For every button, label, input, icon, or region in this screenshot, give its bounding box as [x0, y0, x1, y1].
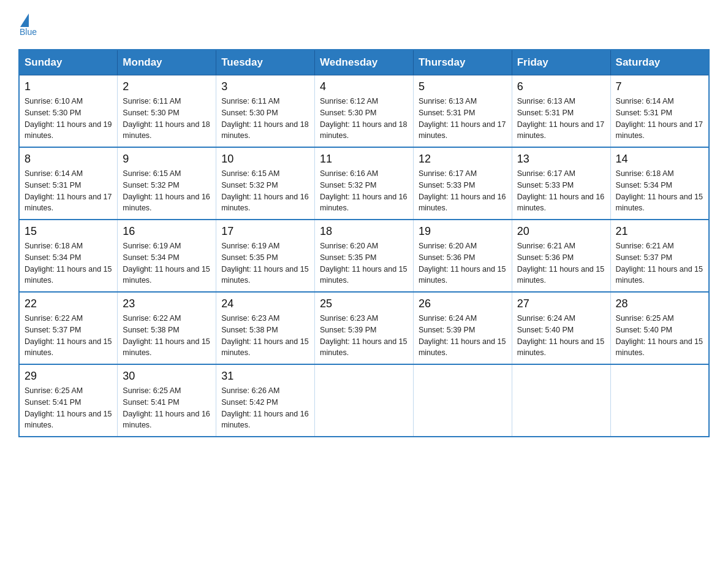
- day-number: 21: [616, 225, 703, 238]
- day-number: 12: [419, 153, 507, 166]
- calendar-cell: 20 Sunrise: 6:21 AMSunset: 5:36 PMDaylig…: [512, 220, 610, 292]
- day-info: Sunrise: 6:13 AMSunset: 5:31 PMDaylight:…: [419, 97, 506, 140]
- day-info: Sunrise: 6:17 AMSunset: 5:33 PMDaylight:…: [517, 169, 604, 212]
- day-info: Sunrise: 6:23 AMSunset: 5:39 PMDaylight:…: [320, 314, 407, 357]
- calendar-cell: 29 Sunrise: 6:25 AMSunset: 5:41 PMDaylig…: [19, 364, 118, 437]
- calendar-cell: 30 Sunrise: 6:25 AMSunset: 5:41 PMDaylig…: [118, 364, 216, 437]
- day-number: 13: [517, 153, 605, 166]
- day-number: 14: [616, 153, 703, 166]
- calendar-cell: 3 Sunrise: 6:11 AMSunset: 5:30 PMDayligh…: [216, 75, 315, 148]
- day-info: Sunrise: 6:13 AMSunset: 5:31 PMDaylight:…: [517, 97, 604, 140]
- calendar-cell: 17 Sunrise: 6:19 AMSunset: 5:35 PMDaylig…: [216, 220, 315, 292]
- calendar-cell: 9 Sunrise: 6:15 AMSunset: 5:32 PMDayligh…: [118, 147, 216, 220]
- day-number: 22: [25, 297, 112, 310]
- day-number: 7: [616, 80, 703, 93]
- day-info: Sunrise: 6:20 AMSunset: 5:35 PMDaylight:…: [320, 242, 407, 285]
- calendar-cell: 25 Sunrise: 6:23 AMSunset: 5:39 PMDaylig…: [315, 292, 414, 364]
- day-info: Sunrise: 6:16 AMSunset: 5:32 PMDaylight:…: [320, 169, 407, 212]
- day-info: Sunrise: 6:25 AMSunset: 5:40 PMDaylight:…: [616, 314, 703, 357]
- calendar-cell: 15 Sunrise: 6:18 AMSunset: 5:34 PMDaylig…: [19, 220, 118, 292]
- calendar-cell: 14 Sunrise: 6:18 AMSunset: 5:34 PMDaylig…: [610, 147, 709, 220]
- day-number: 19: [419, 225, 507, 238]
- calendar-cell: 2 Sunrise: 6:11 AMSunset: 5:30 PMDayligh…: [118, 75, 216, 148]
- day-number: 18: [320, 225, 408, 238]
- calendar-cell: 23 Sunrise: 6:22 AMSunset: 5:38 PMDaylig…: [118, 292, 216, 364]
- day-number: 4: [320, 80, 408, 93]
- calendar-week-row: 15 Sunrise: 6:18 AMSunset: 5:34 PMDaylig…: [19, 220, 709, 292]
- calendar-cell: 22 Sunrise: 6:22 AMSunset: 5:37 PMDaylig…: [19, 292, 118, 364]
- calendar-table: SundayMondayTuesdayWednesdayThursdayFrid…: [18, 49, 710, 437]
- day-info: Sunrise: 6:18 AMSunset: 5:34 PMDaylight:…: [616, 169, 703, 212]
- day-number: 26: [419, 297, 507, 310]
- calendar-week-row: 8 Sunrise: 6:14 AMSunset: 5:31 PMDayligh…: [19, 147, 709, 220]
- day-info: Sunrise: 6:10 AMSunset: 5:30 PMDaylight:…: [25, 97, 112, 140]
- day-info: Sunrise: 6:17 AMSunset: 5:33 PMDaylight:…: [419, 169, 506, 212]
- calendar-cell: 31 Sunrise: 6:26 AMSunset: 5:42 PMDaylig…: [216, 364, 315, 437]
- day-info: Sunrise: 6:19 AMSunset: 5:34 PMDaylight:…: [123, 242, 210, 285]
- logo: Blue: [18, 12, 37, 37]
- day-number: 5: [419, 80, 507, 93]
- day-number: 1: [25, 80, 112, 93]
- day-info: Sunrise: 6:23 AMSunset: 5:38 PMDaylight:…: [221, 314, 308, 357]
- calendar-week-row: 22 Sunrise: 6:22 AMSunset: 5:37 PMDaylig…: [19, 292, 709, 364]
- calendar-header-monday: Monday: [118, 50, 216, 75]
- day-info: Sunrise: 6:21 AMSunset: 5:36 PMDaylight:…: [517, 242, 604, 285]
- day-number: 24: [221, 297, 309, 310]
- day-info: Sunrise: 6:15 AMSunset: 5:32 PMDaylight:…: [221, 169, 308, 212]
- day-info: Sunrise: 6:25 AMSunset: 5:41 PMDaylight:…: [25, 386, 112, 429]
- day-number: 23: [123, 297, 211, 310]
- calendar-cell: 24 Sunrise: 6:23 AMSunset: 5:38 PMDaylig…: [216, 292, 315, 364]
- day-info: Sunrise: 6:20 AMSunset: 5:36 PMDaylight:…: [419, 242, 506, 285]
- calendar-cell: 16 Sunrise: 6:19 AMSunset: 5:34 PMDaylig…: [118, 220, 216, 292]
- calendar-cell: 28 Sunrise: 6:25 AMSunset: 5:40 PMDaylig…: [610, 292, 709, 364]
- calendar-cell: [512, 364, 610, 437]
- day-info: Sunrise: 6:14 AMSunset: 5:31 PMDaylight:…: [616, 97, 703, 140]
- calendar-week-row: 29 Sunrise: 6:25 AMSunset: 5:41 PMDaylig…: [19, 364, 709, 437]
- page-header: Blue: [18, 12, 710, 37]
- calendar-cell: 21 Sunrise: 6:21 AMSunset: 5:37 PMDaylig…: [610, 220, 709, 292]
- calendar-cell: [413, 364, 512, 437]
- calendar-cell: 11 Sunrise: 6:16 AMSunset: 5:32 PMDaylig…: [315, 147, 414, 220]
- day-info: Sunrise: 6:14 AMSunset: 5:31 PMDaylight:…: [25, 169, 112, 212]
- day-number: 30: [123, 370, 211, 383]
- day-number: 31: [221, 370, 309, 383]
- day-number: 29: [25, 370, 112, 383]
- day-number: 25: [320, 297, 408, 310]
- calendar-cell: 12 Sunrise: 6:17 AMSunset: 5:33 PMDaylig…: [413, 147, 512, 220]
- calendar-header-wednesday: Wednesday: [315, 50, 414, 75]
- calendar-cell: 4 Sunrise: 6:12 AMSunset: 5:30 PMDayligh…: [315, 75, 414, 148]
- logo-triangle-icon: [20, 13, 29, 27]
- calendar-cell: 5 Sunrise: 6:13 AMSunset: 5:31 PMDayligh…: [413, 75, 512, 148]
- day-info: Sunrise: 6:18 AMSunset: 5:34 PMDaylight:…: [25, 242, 112, 285]
- day-info: Sunrise: 6:11 AMSunset: 5:30 PMDaylight:…: [221, 97, 308, 140]
- calendar-cell: 27 Sunrise: 6:24 AMSunset: 5:40 PMDaylig…: [512, 292, 610, 364]
- calendar-header-sunday: Sunday: [19, 50, 118, 75]
- day-number: 8: [25, 153, 112, 166]
- calendar-cell: 7 Sunrise: 6:14 AMSunset: 5:31 PMDayligh…: [610, 75, 709, 148]
- calendar-header-friday: Friday: [512, 50, 610, 75]
- day-info: Sunrise: 6:11 AMSunset: 5:30 PMDaylight:…: [123, 97, 210, 140]
- day-info: Sunrise: 6:12 AMSunset: 5:30 PMDaylight:…: [320, 97, 407, 140]
- calendar-cell: [315, 364, 414, 437]
- day-number: 15: [25, 225, 112, 238]
- day-number: 28: [616, 297, 703, 310]
- day-info: Sunrise: 6:15 AMSunset: 5:32 PMDaylight:…: [123, 169, 210, 212]
- calendar-header-tuesday: Tuesday: [216, 50, 315, 75]
- calendar-cell: 26 Sunrise: 6:24 AMSunset: 5:39 PMDaylig…: [413, 292, 512, 364]
- calendar-cell: 19 Sunrise: 6:20 AMSunset: 5:36 PMDaylig…: [413, 220, 512, 292]
- day-info: Sunrise: 6:22 AMSunset: 5:38 PMDaylight:…: [123, 314, 210, 357]
- day-number: 11: [320, 153, 408, 166]
- day-number: 3: [221, 80, 309, 93]
- logo-tagline: Blue: [20, 27, 37, 37]
- day-number: 6: [517, 80, 605, 93]
- day-number: 16: [123, 225, 211, 238]
- day-info: Sunrise: 6:24 AMSunset: 5:40 PMDaylight:…: [517, 314, 604, 357]
- calendar-cell: 6 Sunrise: 6:13 AMSunset: 5:31 PMDayligh…: [512, 75, 610, 148]
- calendar-header-thursday: Thursday: [413, 50, 512, 75]
- day-info: Sunrise: 6:25 AMSunset: 5:41 PMDaylight:…: [123, 386, 210, 429]
- calendar-cell: 18 Sunrise: 6:20 AMSunset: 5:35 PMDaylig…: [315, 220, 414, 292]
- calendar-cell: 1 Sunrise: 6:10 AMSunset: 5:30 PMDayligh…: [19, 75, 118, 148]
- day-number: 9: [123, 153, 211, 166]
- day-info: Sunrise: 6:19 AMSunset: 5:35 PMDaylight:…: [221, 242, 308, 285]
- calendar-header-saturday: Saturday: [610, 50, 709, 75]
